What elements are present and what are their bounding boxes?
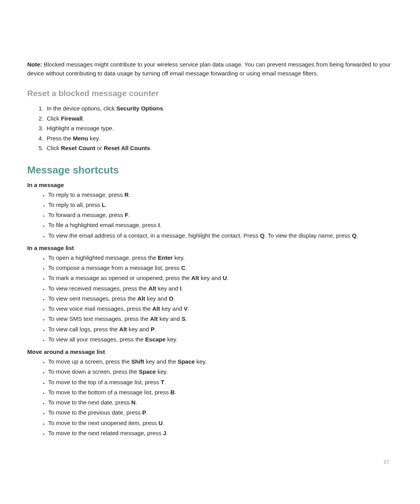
text: To view all your messages, press the [48,336,145,343]
heading-reset-counter: Reset a blocked message counter [27,89,393,98]
text: key. [88,135,100,142]
text: key and [145,295,169,302]
list-item: To open a highlighted message, press the… [48,253,393,263]
text: To view received messages, press the [48,285,149,292]
bold: Reset All Counts [104,145,150,151]
note-label: Note: [27,61,42,68]
list-item: To view the email address of a contact, … [48,231,393,241]
list-item: To view SMS text messages, press the Alt… [48,314,393,324]
list-item: Press the Menu key. [45,133,393,144]
list-item: To forward a message, press F. [48,210,393,220]
bold: Alt [152,305,160,312]
text: . [160,222,161,228]
bold: J [163,430,166,436]
text: key. [195,358,207,365]
text: Click [47,115,61,122]
text: key. [156,368,168,375]
text: key and [156,285,180,292]
bold: V [184,305,187,312]
text: . [227,275,228,281]
text: . [188,305,189,312]
text: To mark a message as opened or unopened,… [48,275,191,281]
text: Press the [47,135,73,142]
list-item: To move to the bottom of a message list,… [48,387,393,397]
bold: C [181,264,186,271]
bold: Firewall [61,115,83,122]
document-page: Note: Blocked messages might contribute … [0,0,420,504]
text: . To view the display name, press [264,232,352,239]
text: . [146,409,148,416]
bold: Space [178,358,195,365]
list-item: To view received messages, press the Alt… [48,284,393,294]
list-item: To mark a message as opened or unopened,… [48,273,393,283]
bold: F [125,212,128,218]
bold: U [159,420,163,426]
text: To move to the next related message, pre… [48,430,163,436]
bold: Security Options [116,105,163,112]
bold: Q [352,232,357,239]
text: . [163,105,164,112]
text: To view SMS text messages, press the [48,315,150,322]
text: To move to the previous date, press [48,409,142,416]
text: . [182,285,183,292]
list-item: To move to the top of a message list, pr… [48,377,393,387]
bold: Alt [149,285,156,292]
text: . [173,295,175,302]
bold: P [142,409,146,416]
text: . [150,145,152,151]
list-item: To reply to a message, press R. [48,190,393,200]
bold: Alt [191,275,199,281]
text: To forward a message, press [48,212,125,218]
bold: B [170,389,175,396]
page-number: 97 [383,459,390,465]
text: To move to the bottom of a message list,… [48,389,170,396]
note-text: Blocked messages might contribute to you… [27,61,391,77]
text: key and [127,326,151,332]
list-item: Click Reset Count or Reset All Counts. [45,143,393,153]
text: To move down a screen, press the [48,368,139,375]
text: . [186,315,187,322]
text: To view call logs, press the [48,326,119,332]
text: key and [199,275,223,281]
bold: N [131,399,135,406]
bold: U [223,275,227,281]
text: or [95,145,104,151]
reset-counter-steps: In the device options, click Security Op… [27,103,393,153]
list-item: To move down a screen, press the Space k… [48,367,393,377]
heading-message-shortcuts: Message shortcuts [27,164,393,176]
in-message-list-list: To open a highlighted message, press the… [27,253,393,345]
text: . [186,264,187,271]
list-item: To view sent messages, press the Alt key… [48,294,393,304]
text: To view voice mail messages, press the [48,305,152,312]
bold: R [124,191,129,198]
bold: Alt [137,295,145,302]
text: To compose a message from a message list… [48,264,181,271]
text: To file a highlighted email message, pre… [48,222,158,228]
bold: L [102,201,105,208]
text: key. [173,254,185,261]
list-item: To move to the previous date, press P. [48,408,393,418]
text: To move to the top of a message list, pr… [48,379,161,385]
in-message-list: To reply to a message, press R. To reply… [27,190,393,241]
bold: O [169,295,173,302]
list-item: Click Firewall. [45,114,393,124]
list-item: To move to the next related message, pre… [48,428,393,438]
list-item: To move up a screen, press the Shift key… [48,357,393,367]
move-around-list: To move up a screen, press the Shift key… [27,357,393,438]
text: To reply to all, press [48,201,102,208]
bold: P [150,326,154,332]
text: . [105,201,107,208]
subheading-in-a-message-list: In a message list [27,245,393,251]
bold: Q [260,232,264,239]
text: . [164,379,166,385]
text: . [357,232,358,239]
bold: Reset Count [61,145,95,151]
text: . [128,212,130,218]
text: . [166,430,168,436]
text: To move up a screen, press the [48,358,131,365]
bold: S [182,315,186,322]
text: . [129,191,130,198]
list-item: In the device options, click Security Op… [45,103,393,114]
text: Click [47,145,61,151]
text: key. [166,336,178,343]
